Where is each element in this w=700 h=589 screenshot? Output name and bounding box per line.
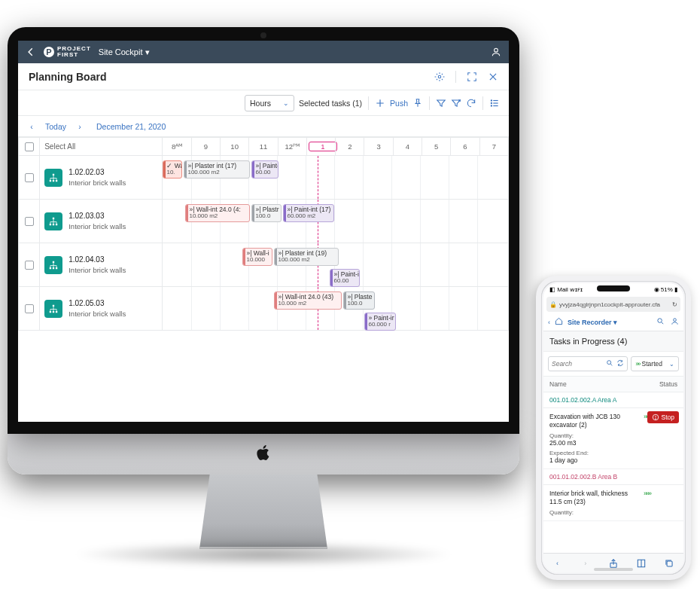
- safari-bookmarks-icon[interactable]: [635, 557, 647, 569]
- iphone-frame: ◧ Mail ᴡɪꜰɪ 18:06 ◉ 51% ▮ 🔒 yvyjza4qglrj…: [536, 276, 691, 580]
- svg-point-26: [607, 361, 611, 365]
- url-bar[interactable]: 🔒 yvyjza4qglrjnpn1cockpit-approuter.cfa …: [546, 297, 680, 312]
- logo-text: PROJECTFIRST: [57, 46, 91, 58]
- filter-clear-icon[interactable]: [451, 98, 461, 108]
- gantt-bar[interactable]: »| Plaster int (19)100.000 m2: [274, 248, 339, 266]
- gantt-bar[interactable]: »| Paint-60.00: [251, 160, 278, 179]
- section-header[interactable]: 001.01.02.002.A Area A: [543, 392, 683, 408]
- pin-icon[interactable]: [412, 98, 423, 108]
- imac-chin: [8, 434, 519, 475]
- home-icon[interactable]: [555, 317, 563, 327]
- gantt-bar[interactable]: »| Paint-i60.00: [330, 269, 360, 287]
- gantt-bar[interactable]: » Paint-ir60.000 r: [364, 313, 396, 331]
- hour-header: 6: [451, 138, 479, 156]
- search-icon[interactable]: [606, 359, 613, 368]
- row-checkbox[interactable]: [25, 217, 34, 226]
- row-checkbox[interactable]: [25, 173, 34, 182]
- svg-rect-14: [53, 223, 54, 224]
- row-checkbox[interactable]: [25, 261, 34, 270]
- today-button[interactable]: Today: [45, 122, 66, 131]
- phone-back-icon[interactable]: ‹: [548, 319, 550, 326]
- page-header: Planning Board: [18, 63, 509, 90]
- svg-rect-9: [50, 179, 51, 181]
- section-header[interactable]: 001.01.02.002.B Area B: [543, 469, 683, 485]
- hour-header: 8ᴬᴹ: [163, 138, 191, 156]
- settings-icon[interactable]: [434, 72, 445, 82]
- svg-point-29: [655, 419, 656, 420]
- phone-toolbar: »» Started ⌄: [543, 352, 683, 377]
- row-header[interactable]: 1.02.05.03Interior brick walls: [44, 287, 162, 330]
- granularity-select[interactable]: Hours ⌄: [245, 95, 294, 111]
- svg-point-2: [491, 99, 492, 100]
- search-input[interactable]: [548, 356, 628, 371]
- gantt-bar[interactable]: »| Plastr100.0: [251, 204, 282, 222]
- select-all-checkbox[interactable]: [25, 142, 34, 151]
- col-name: Name: [549, 380, 567, 388]
- safari-forward-icon: ›: [580, 557, 592, 569]
- row-checkbox[interactable]: [25, 304, 34, 313]
- selected-tasks-label: Selected tasks (1): [299, 99, 362, 108]
- status-filter[interactable]: »» Started ⌄: [631, 356, 679, 371]
- gantt-bar[interactable]: ✓ Wa10.: [163, 160, 182, 179]
- gantt-bar[interactable]: »| Paint-int (17)60.000 m2: [283, 204, 334, 222]
- push-button[interactable]: Push: [390, 99, 408, 108]
- gantt-bar[interactable]: »| Wall-int 24.0 (4:10.000 m2: [185, 204, 250, 222]
- app-header: P PROJECTFIRST Site Cockpit ▾: [18, 41, 509, 63]
- gantt-bar[interactable]: »| Wall-int 24.0 (43)10.000 m2: [274, 291, 342, 310]
- filter-icon[interactable]: [436, 98, 446, 108]
- chevron-down-icon: ▾: [145, 47, 150, 57]
- imac-bezel: P PROJECTFIRST Site Cockpit ▾ Planning B…: [8, 27, 519, 434]
- svg-rect-21: [50, 310, 51, 312]
- desktop-screen: P PROJECTFIRST Site Cockpit ▾ Planning B…: [18, 41, 509, 422]
- gantt-bar[interactable]: »| Wall-i10.000: [242, 248, 272, 266]
- gantt-bar[interactable]: »| Plaster int (17)100.000 m2: [184, 160, 250, 179]
- next-day-icon[interactable]: ›: [75, 122, 84, 131]
- user-icon[interactable]: [491, 47, 501, 57]
- phone-header-title[interactable]: Site Recorder ▾: [568, 319, 617, 326]
- task-list: 001.01.02.002.A Area AExcavation with JC…: [543, 392, 683, 521]
- svg-rect-11: [56, 179, 57, 181]
- reload-icon[interactable]: ↻: [672, 301, 677, 308]
- search-field[interactable]: [552, 360, 603, 368]
- svg-rect-10: [53, 179, 54, 181]
- svg-point-25: [674, 319, 677, 322]
- row-header[interactable]: 1.02.03.03Interior brick walls: [44, 200, 162, 243]
- list-item[interactable]: Interior brick wall, thickness 11.5 cm (…: [543, 485, 683, 521]
- back-icon[interactable]: [26, 47, 36, 57]
- hierarchy-icon: [44, 300, 62, 318]
- site-cockpit-dropdown[interactable]: Site Cockpit ▾: [99, 47, 150, 57]
- hour-header: 11: [249, 138, 278, 156]
- plus-icon[interactable]: [375, 98, 385, 108]
- close-icon[interactable]: [488, 72, 498, 82]
- list-item[interactable]: Excavation with JCB 130 excavator (2)»»»…: [543, 408, 683, 469]
- phone-app-header: ‹ Site Recorder ▾: [543, 313, 683, 331]
- lock-icon: 🔒: [549, 301, 557, 308]
- gantt-row: 1.02.04.03Interior brick walls»| Wall-i1…: [19, 243, 509, 287]
- phone-search-icon[interactable]: [656, 317, 665, 327]
- chevron-down-icon: ⌄: [283, 99, 289, 107]
- hour-header: 2: [336, 138, 364, 156]
- hour-header: 4: [393, 138, 422, 156]
- gantt-bar[interactable]: »| Plaste100.0: [343, 291, 375, 310]
- current-date: December 21, 2020: [96, 122, 166, 131]
- hour-header: 5: [422, 138, 450, 156]
- row-header[interactable]: 1.02.02.03Interior brick walls: [44, 156, 162, 199]
- svg-rect-19: [56, 267, 57, 268]
- page-title: Planning Board: [29, 71, 106, 83]
- imac-camera: [260, 32, 266, 38]
- refresh-icon[interactable]: [466, 98, 476, 108]
- svg-point-24: [658, 319, 662, 323]
- list-icon[interactable]: [489, 98, 500, 108]
- fullscreen-icon[interactable]: [467, 72, 477, 82]
- svg-rect-20: [53, 304, 54, 306]
- stop-button[interactable]: Stop: [647, 411, 680, 423]
- prev-day-icon[interactable]: ‹: [27, 122, 36, 131]
- safari-tabs-icon[interactable]: [663, 557, 675, 569]
- svg-point-4: [491, 105, 492, 105]
- row-header[interactable]: 1.02.04.03Interior brick walls: [44, 243, 162, 286]
- hierarchy-icon: [44, 256, 62, 274]
- col-status: Status: [659, 380, 677, 388]
- sync-icon[interactable]: [616, 359, 624, 368]
- safari-back-icon[interactable]: ‹: [552, 557, 564, 569]
- phone-user-icon[interactable]: [671, 317, 679, 327]
